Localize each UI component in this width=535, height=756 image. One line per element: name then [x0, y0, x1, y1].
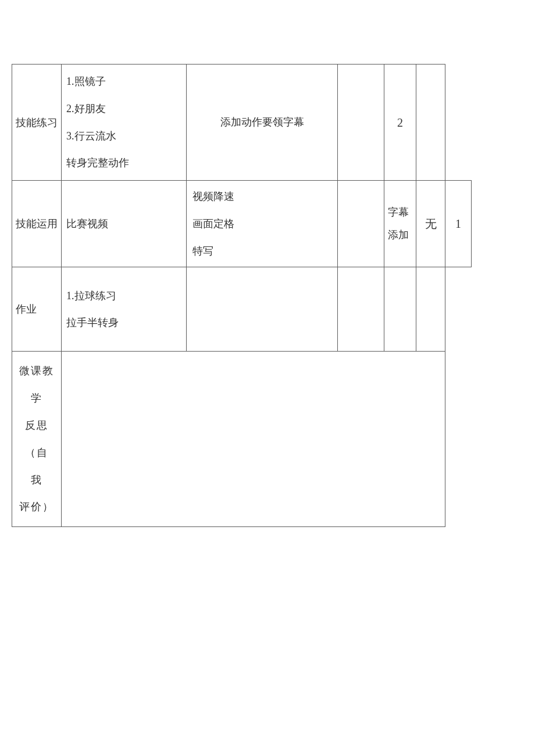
text: 2.好朋友	[66, 95, 181, 123]
text: 技能练习	[16, 117, 58, 128]
table-row: 微课教学 反思（自 我 评价）	[12, 352, 472, 527]
document-table-wrap: 技能练习 1.照镜子 2.好朋友 3.行云流水 转身完整动作 添加动作要领字幕 …	[12, 64, 523, 527]
text: 反思（自	[15, 412, 59, 467]
table-row: 作业 1.拉球练习 拉手半转身	[12, 267, 472, 352]
cell-skill-apply-num: 1	[445, 181, 472, 267]
text: 1	[455, 217, 461, 230]
cell-skill-apply-content: 比赛视频	[62, 181, 187, 267]
text: 作业	[16, 303, 37, 315]
text: 添加动作要领字幕	[220, 116, 304, 128]
text: 特写	[192, 238, 331, 265]
lesson-plan-table: 技能练习 1.照镜子 2.好朋友 3.行云流水 转身完整动作 添加动作要领字幕 …	[12, 64, 472, 527]
cell-empty	[416, 65, 445, 181]
cell-empty	[338, 267, 384, 352]
cell-skill-practice-content: 1.照镜子 2.好朋友 3.行云流水 转身完整动作	[62, 65, 187, 181]
table-row: 技能练习 1.照镜子 2.好朋友 3.行云流水 转身完整动作 添加动作要领字幕 …	[12, 65, 472, 181]
cell-reflection-body	[62, 352, 445, 527]
text: 技能运用	[16, 218, 58, 230]
text: 视频降速	[192, 183, 331, 210]
cell-homework-label: 作业	[12, 267, 62, 352]
text: 评价）	[15, 493, 59, 521]
text: 我	[15, 467, 59, 494]
text: 拉手半转身	[66, 309, 181, 336]
cell-empty	[338, 65, 384, 181]
text: 3.行云流水	[66, 123, 181, 150]
text: 无	[425, 217, 437, 230]
text: 微课教学	[15, 357, 59, 412]
text: 2	[397, 116, 403, 129]
cell-empty	[416, 267, 445, 352]
cell-empty	[187, 267, 338, 352]
cell-skill-practice-count: 2	[384, 65, 416, 181]
cell-skill-practice-label: 技能练习	[12, 65, 62, 181]
text: 1.拉球练习	[66, 282, 181, 310]
cell-empty	[384, 267, 416, 352]
cell-empty	[338, 181, 384, 267]
cell-reflection-label: 微课教学 反思（自 我 评价）	[12, 352, 62, 527]
text: 字幕	[388, 201, 413, 224]
cell-skill-apply-method: 视频降速 画面定格 特写	[187, 181, 338, 267]
cell-skill-apply-none: 无	[416, 181, 445, 267]
text: 添加	[388, 224, 413, 247]
text: 转身完整动作	[66, 149, 181, 177]
cell-skill-practice-method: 添加动作要领字幕	[187, 65, 338, 181]
text: 比赛视频	[66, 218, 108, 230]
text: 1.照镜子	[66, 68, 181, 95]
text: 画面定格	[192, 210, 331, 238]
table-row: 技能运用 比赛视频 视频降速 画面定格 特写 字幕 添加 无 1	[12, 181, 472, 267]
cell-skill-apply-sub: 字幕 添加	[384, 181, 416, 267]
cell-skill-apply-label: 技能运用	[12, 181, 62, 267]
cell-homework-content: 1.拉球练习 拉手半转身	[62, 267, 187, 352]
